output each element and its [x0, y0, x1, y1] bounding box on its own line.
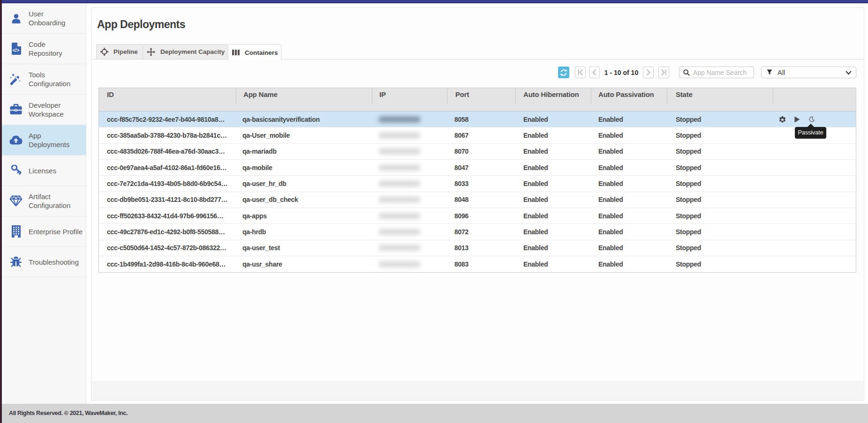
- svg-text:</>: </>: [13, 48, 20, 53]
